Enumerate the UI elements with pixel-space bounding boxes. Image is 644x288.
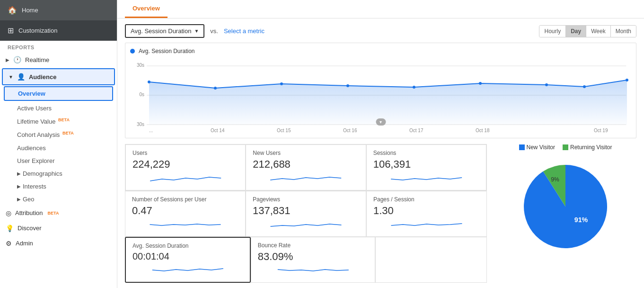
metric-card-bounce-rate[interactable]: Bounce Rate 83.09% bbox=[251, 237, 376, 283]
pie-chart-svg: 91% 9% bbox=[513, 154, 618, 259]
metrics-row-3: Avg. Session Duration 00:01:04 Bounce Ra… bbox=[125, 237, 487, 283]
metric-title-pageviews: Pageviews bbox=[253, 196, 359, 203]
sparkline-users bbox=[132, 172, 238, 184]
sidebar-item-customization[interactable]: ⊞ Customization bbox=[0, 20, 117, 41]
sidebar-subitem-interests[interactable]: ▶ Interests bbox=[0, 180, 117, 193]
metrics-cards-section: Users 224,229 New Users 212,688 bbox=[125, 144, 487, 283]
sidebar-item-customization-label: Customization bbox=[18, 27, 57, 34]
metric-card-new-users[interactable]: New Users 212,688 bbox=[246, 144, 366, 190]
sidebar-item-audience-label: Audience bbox=[29, 73, 57, 81]
pie-legend-returning-visitor: Returning Visitor bbox=[563, 144, 612, 151]
data-point bbox=[479, 82, 482, 85]
sidebar-subitem-cohort-analysis[interactable]: Cohort Analysis BETA bbox=[0, 128, 117, 141]
pie-label-ret-pct: 9% bbox=[551, 176, 559, 183]
tab-bar: Overview bbox=[117, 0, 644, 18]
data-point bbox=[214, 87, 217, 90]
metric-card-sessions[interactable]: Sessions 106,391 bbox=[366, 144, 486, 190]
sidebar-item-attribution-label: Attribution bbox=[15, 209, 43, 216]
metric-card-pageviews[interactable]: Pageviews 137,831 bbox=[246, 191, 366, 237]
home-icon: 🏠 bbox=[8, 6, 17, 15]
sidebar-subitem-geo[interactable]: ▶ Geo bbox=[0, 193, 117, 206]
content-area: Avg. Session Duration ▼ vs. Select a met… bbox=[117, 18, 644, 288]
metric-value-new-users: 212,688 bbox=[253, 158, 359, 171]
sidebar-subitem-active-users[interactable]: Active Users bbox=[0, 102, 117, 115]
data-point bbox=[413, 86, 415, 89]
sidebar-subitem-user-explorer[interactable]: User Explorer bbox=[0, 154, 117, 167]
sidebar-item-discover[interactable]: 💡 Discover bbox=[0, 221, 117, 236]
sparkline-avg-session-duration bbox=[132, 264, 243, 275]
data-point bbox=[346, 84, 349, 87]
controls-left: Avg. Session Duration ▼ vs. Select a met… bbox=[125, 24, 265, 38]
sidebar-item-attribution[interactable]: ◎ Attribution BETA bbox=[0, 206, 117, 221]
beta-badge-attribution: BETA bbox=[48, 211, 59, 216]
metric-title-users: Users bbox=[132, 150, 238, 156]
metric-dropdown-label: Avg. Session Duration bbox=[131, 27, 191, 35]
metric-card-empty bbox=[375, 237, 487, 283]
sparkline-new-users bbox=[253, 172, 359, 184]
metric-card-sessions-per-user[interactable]: Number of Sessions per User 0.47 bbox=[125, 191, 246, 237]
select-metric-link[interactable]: Select a metric bbox=[224, 27, 265, 35]
vs-label: vs. bbox=[210, 27, 218, 35]
time-btn-month[interactable]: Month bbox=[610, 26, 636, 37]
sidebar-subitem-lifetime-value[interactable]: Lifetime Value BETA bbox=[0, 115, 117, 128]
metric-value-users: 224,229 bbox=[132, 158, 238, 171]
metric-title-bounce-rate: Bounce Rate bbox=[258, 242, 369, 249]
legend-label-avg-session: Avg. Session Duration bbox=[139, 48, 195, 54]
sidebar-item-realtime[interactable]: ▶ 🕐 Realtime bbox=[0, 52, 117, 67]
sidebar-item-home-label: Home bbox=[22, 7, 38, 14]
sidebar-subitem-audiences[interactable]: Audiences bbox=[0, 142, 117, 154]
metrics-row-2: Number of Sessions per User 0.47 Pagevie… bbox=[125, 191, 487, 237]
clock-icon: 🕐 bbox=[13, 56, 21, 63]
x-label-oct19: Oct 19 bbox=[594, 128, 608, 133]
sidebar-top-nav: 🏠 Home ⊞ Customization bbox=[0, 0, 117, 41]
metric-value-sessions-per-user: 0.47 bbox=[132, 205, 238, 217]
pie-slice-new-visitor bbox=[524, 165, 607, 248]
sidebar-item-discover-label: Discover bbox=[18, 225, 42, 232]
pie-legend: New Visitor Returning Visitor bbox=[519, 144, 612, 151]
expand-arrow-audience: ▼ bbox=[9, 74, 13, 80]
sidebar-item-audience[interactable]: ▼ 👤 Audience bbox=[2, 68, 115, 85]
tab-overview[interactable]: Overview bbox=[125, 0, 168, 18]
x-label-oct17: Oct 17 bbox=[409, 128, 423, 133]
metric-card-pages-session[interactable]: Pages / Session 1.30 bbox=[366, 191, 487, 237]
metric-title-avg-session-duration: Avg. Session Duration bbox=[132, 243, 243, 249]
x-label-oct18: Oct 18 bbox=[476, 128, 490, 133]
sidebar-subitem-audiences-label: Audiences bbox=[17, 144, 46, 152]
pie-legend-new-visitor: New Visitor bbox=[519, 144, 555, 151]
svg-text:0s: 0s bbox=[139, 92, 144, 97]
sidebar-subitem-active-users-label: Active Users bbox=[17, 105, 52, 112]
time-btn-day[interactable]: Day bbox=[565, 26, 586, 37]
x-label: ... bbox=[149, 128, 153, 133]
sidebar: 🏠 Home ⊞ Customization REPORTS ▶ 🕐 Realt… bbox=[0, 0, 117, 288]
returning-visitor-color-box bbox=[563, 144, 568, 150]
svg-text:30s: 30s bbox=[137, 122, 144, 127]
expand-arrow-realtime: ▶ bbox=[6, 57, 9, 63]
metric-card-users[interactable]: Users 224,229 bbox=[125, 144, 246, 190]
main-content: Overview Avg. Session Duration ▼ vs. Sel… bbox=[117, 0, 644, 288]
sparkline-sessions bbox=[373, 172, 479, 184]
sidebar-subitem-overview[interactable]: Overview bbox=[4, 86, 113, 101]
x-label-oct15: Oct 15 bbox=[277, 128, 291, 133]
discover-icon: 💡 bbox=[6, 225, 14, 232]
dropdown-arrow-icon: ▼ bbox=[194, 28, 199, 34]
beta-badge-cohort: BETA bbox=[62, 131, 74, 135]
metric-card-avg-session-duration[interactable]: Avg. Session Duration 00:01:04 bbox=[125, 237, 251, 283]
sidebar-item-home[interactable]: 🏠 Home bbox=[0, 0, 117, 20]
metric-title-sessions-per-user: Number of Sessions per User bbox=[132, 196, 238, 203]
time-btn-hourly[interactable]: Hourly bbox=[539, 26, 565, 37]
time-btn-week[interactable]: Week bbox=[586, 26, 610, 37]
new-visitor-color-box bbox=[519, 144, 525, 150]
tab-overview-label: Overview bbox=[132, 5, 160, 12]
sidebar-subitem-interests-label: Interests bbox=[23, 183, 46, 190]
sidebar-item-realtime-label: Realtime bbox=[25, 56, 49, 63]
chart-area: 30s 0s 30s bbox=[130, 57, 631, 133]
metric-value-avg-session-duration: 00:01:04 bbox=[132, 251, 243, 262]
data-point bbox=[545, 83, 548, 86]
metric-value-pageviews: 137,831 bbox=[253, 205, 359, 217]
sidebar-subitem-demographics[interactable]: ▶ Demographics bbox=[0, 167, 117, 180]
sidebar-item-admin[interactable]: ⚙ Admin bbox=[0, 236, 117, 251]
scroll-indicator: ▾ bbox=[376, 118, 386, 126]
sidebar-subitem-overview-label: Overview bbox=[18, 90, 45, 97]
data-point bbox=[583, 85, 586, 88]
metric-dropdown[interactable]: Avg. Session Duration ▼ bbox=[125, 24, 204, 38]
